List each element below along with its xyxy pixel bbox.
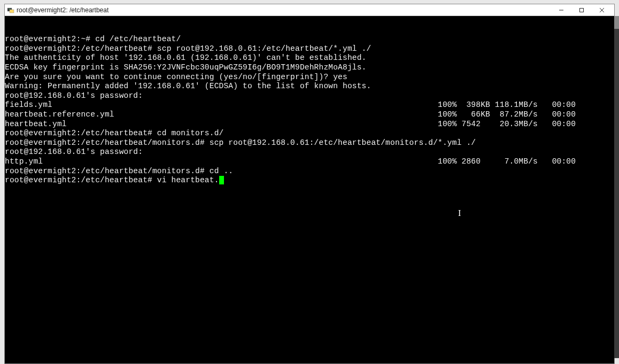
window-controls <box>551 5 612 16</box>
terminal-line: root@evermight2:/etc/heartbeat/monitors.… <box>5 138 476 147</box>
terminal-line: root@evermight2:/etc/heartbeat# cd monit… <box>5 129 223 137</box>
terminal-line: http.yml 100% 2860 7.0MB/s 00:00 <box>5 157 576 166</box>
terminal-line: root@evermight2:/etc/heartbeat# scp root… <box>5 44 371 53</box>
terminal-line: heartbeat.reference.yml 100% 66KB 87.2MB… <box>5 110 576 119</box>
titlebar[interactable]: root@evermight2: /etc/heartbeat <box>5 4 614 16</box>
app-window: root@evermight2: /etc/heartbeat root@eve… <box>4 4 615 364</box>
terminal-line: root@evermight2:/etc/heartbeat# vi heart… <box>5 176 219 184</box>
svg-rect-1 <box>10 10 14 13</box>
terminal-line: ECDSA key fingerprint is SHA256:Y2JVNFcb… <box>5 63 367 72</box>
putty-icon <box>7 6 14 14</box>
terminal-line: heartbeat.yml 100% 7542 20.3MB/s 00:00 <box>5 120 576 128</box>
terminal-line: root@192.168.0.61's password: <box>5 148 143 156</box>
terminal-viewport[interactable]: root@evermight2:~# cd /etc/heartbeat/ ro… <box>5 16 614 363</box>
terminal-line: root@evermight2:/etc/heartbeat/monitors.… <box>5 167 233 175</box>
terminal-line: Are you sure you want to continue connec… <box>5 73 347 81</box>
minimize-button[interactable] <box>551 5 571 16</box>
window-title: root@evermight2: /etc/heartbeat <box>17 6 551 14</box>
scrollbar-thumb[interactable] <box>614 16 619 29</box>
close-button[interactable] <box>592 5 612 16</box>
outer-scrollbar[interactable] <box>614 16 619 358</box>
mouse-text-cursor: I <box>458 208 461 218</box>
svg-rect-4 <box>580 8 584 12</box>
terminal-line: fields.yml 100% 398KB 118.1MB/s 00:00 <box>5 100 576 109</box>
terminal-content: root@evermight2:~# cd /etc/heartbeat/ ro… <box>5 35 614 185</box>
terminal-line: root@evermight2:~# cd /etc/heartbeat/ <box>5 35 181 43</box>
terminal-line: Warning: Permanently added '192.168.0.61… <box>5 82 371 90</box>
maximize-button[interactable] <box>571 5 592 16</box>
terminal-line: The authenticity of host '192.168.0.61 (… <box>5 53 367 62</box>
terminal-line: root@192.168.0.61's password: <box>5 91 143 100</box>
terminal-cursor <box>219 176 224 184</box>
